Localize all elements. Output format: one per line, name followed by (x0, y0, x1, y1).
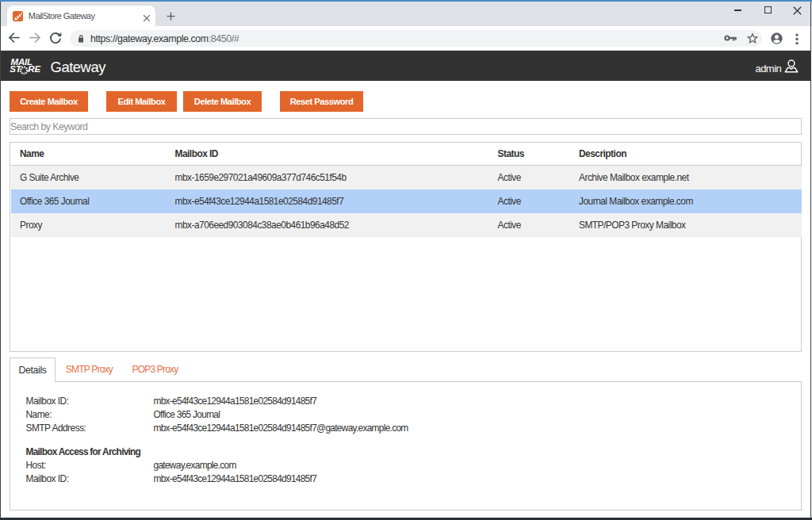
svg-text:RE: RE (28, 64, 40, 74)
